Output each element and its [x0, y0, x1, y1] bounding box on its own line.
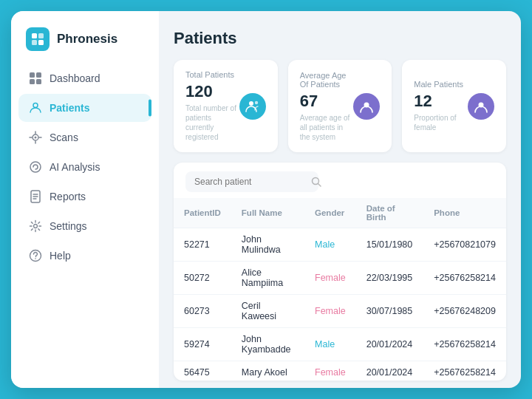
svg-point-15 [35, 258, 36, 259]
search-input-wrap[interactable] [185, 171, 318, 192]
col-header-phone: Phone [423, 198, 506, 228]
stat-label-avg: Average Age Of Patients [300, 71, 354, 89]
svg-rect-6 [30, 79, 35, 84]
table-row[interactable]: 59274 John Kyambadde Male 20/01/2024 +25… [174, 328, 506, 361]
stats-row: Total Patients 120 Total number of patie… [174, 60, 506, 152]
svg-rect-5 [36, 72, 41, 78]
patients-table-section: PatientID Full Name Gender Date of Birth… [174, 163, 506, 381]
svg-rect-1 [38, 33, 44, 38]
cell-name: Mary Akoel [231, 361, 304, 381]
stat-icon-total [239, 93, 266, 120]
gear-icon [29, 219, 42, 233]
col-header-name: Full Name [231, 198, 304, 228]
cell-gender: Female [304, 262, 356, 295]
patients-table: PatientID Full Name Gender Date of Birth… [174, 198, 506, 381]
nav-list: Dashboard Patients Scans [11, 64, 159, 388]
sidebar-item-scans[interactable]: Scans [18, 123, 151, 151]
stat-icon-male [468, 93, 494, 120]
svg-rect-7 [36, 79, 41, 84]
search-bar [174, 163, 506, 198]
sidebar-label-ai-analysis: AI Analysis [50, 161, 100, 173]
sidebar-item-dashboard[interactable]: Dashboard [18, 64, 151, 92]
brain-icon [29, 160, 42, 174]
cell-phone: +25676248209 [423, 295, 506, 328]
svg-point-16 [249, 101, 253, 106]
table-body-wrap: PatientID Full Name Gender Date of Birth… [174, 198, 506, 381]
sidebar-item-help[interactable]: Help [18, 242, 151, 270]
col-header-dob: Date of Birth [356, 198, 424, 228]
col-header-id: PatientID [174, 198, 231, 228]
stat-sub-male: Proportion of female [414, 113, 468, 132]
cell-phone: +25670821079 [423, 228, 506, 262]
svg-point-17 [254, 100, 257, 103]
cell-id: 56475 [174, 361, 231, 381]
cell-phone: +25676258214 [423, 328, 506, 361]
logo-icon [26, 27, 50, 51]
stat-info-avg: Average Age Of Patients 67 Average age o… [300, 71, 354, 142]
cell-phone: +25676258214 [423, 262, 506, 295]
stat-card-total-patients: Total Patients 120 Total number of patie… [174, 60, 278, 152]
sidebar-item-ai-analysis[interactable]: AI Analysis [18, 153, 151, 181]
stat-value-male: 12 [414, 92, 468, 111]
sidebar-label-settings: Settings [50, 220, 87, 232]
table-body: 52271 John Mulindwa Male 15/01/1980 +256… [174, 228, 506, 381]
cell-name: Ceril Kaweesi [231, 295, 304, 328]
stat-info-total: Total Patients 120 Total number of patie… [185, 70, 239, 142]
stat-card-avg-age: Average Age Of Patients 67 Average age o… [288, 60, 392, 152]
table-row[interactable]: 56475 Mary Akoel Female 20/01/2024 +2567… [174, 361, 506, 381]
table-row[interactable]: 52271 John Mulindwa Male 15/01/1980 +256… [174, 228, 506, 262]
svg-point-10 [35, 137, 37, 139]
app-window: Phronesis Dashboard Patients [11, 11, 521, 388]
svg-point-8 [33, 103, 38, 108]
sidebar-label-help: Help [50, 250, 71, 262]
stat-value-total: 120 [185, 82, 239, 101]
stat-label-male: Male Patients [414, 80, 468, 89]
sidebar-label-patients: Patients [50, 102, 89, 114]
svg-rect-4 [30, 72, 35, 78]
table-row[interactable]: 50272 Alice Nampiima Female 22/03/1995 +… [174, 262, 506, 295]
help-icon [29, 249, 42, 262]
logo-area: Phronesis [11, 11, 159, 64]
stat-label-total: Total Patients [185, 70, 239, 79]
page-title: Patients [174, 29, 506, 48]
sidebar-label-scans: Scans [50, 132, 78, 143]
stat-info-male: Male Patients 12 Proportion of female [414, 80, 468, 132]
cell-name: John Mulindwa [231, 228, 304, 262]
grid-icon [29, 72, 42, 85]
doc-icon [29, 190, 42, 203]
stat-icon-avg [353, 93, 380, 120]
sidebar: Phronesis Dashboard Patients [11, 11, 159, 388]
cell-dob: 20/01/2024 [356, 328, 424, 361]
cell-dob: 20/01/2024 [356, 361, 424, 381]
sidebar-label-dashboard: Dashboard [50, 72, 100, 84]
cell-id: 52271 [174, 228, 231, 262]
cell-dob: 30/07/1985 [356, 295, 424, 328]
svg-point-11 [30, 162, 41, 172]
svg-rect-3 [38, 40, 44, 45]
stat-value-avg: 67 [300, 92, 354, 111]
sidebar-item-reports[interactable]: Reports [18, 183, 151, 211]
cell-name: John Kyambadde [231, 328, 304, 361]
cell-gender: Male [304, 328, 356, 361]
table-row[interactable]: 60273 Ceril Kaweesi Female 30/07/1985 +2… [174, 295, 506, 328]
cell-dob: 22/03/1995 [356, 262, 424, 295]
sidebar-item-settings[interactable]: Settings [18, 212, 151, 240]
person-icon [29, 101, 42, 115]
cell-phone: +25676258214 [423, 361, 506, 381]
scan-icon [29, 131, 42, 144]
cell-id: 50272 [174, 262, 231, 295]
stat-sub-total: Total number of patients currently regis… [185, 103, 239, 142]
cell-id: 59274 [174, 328, 231, 361]
cell-dob: 15/01/1980 [356, 228, 424, 262]
sidebar-item-patients[interactable]: Patients [18, 94, 151, 122]
search-icon [311, 177, 321, 187]
stat-sub-avg: Average age of all patients in the syste… [300, 113, 354, 142]
table-header: PatientID Full Name Gender Date of Birth… [174, 198, 506, 228]
main-content: Patients Total Patients 120 Total number… [159, 11, 521, 388]
cell-gender: Female [304, 361, 356, 381]
search-input[interactable] [194, 177, 305, 187]
svg-rect-2 [32, 40, 37, 45]
app-name: Phronesis [57, 32, 117, 47]
cell-id: 60273 [174, 295, 231, 328]
cell-gender: Female [304, 295, 356, 328]
